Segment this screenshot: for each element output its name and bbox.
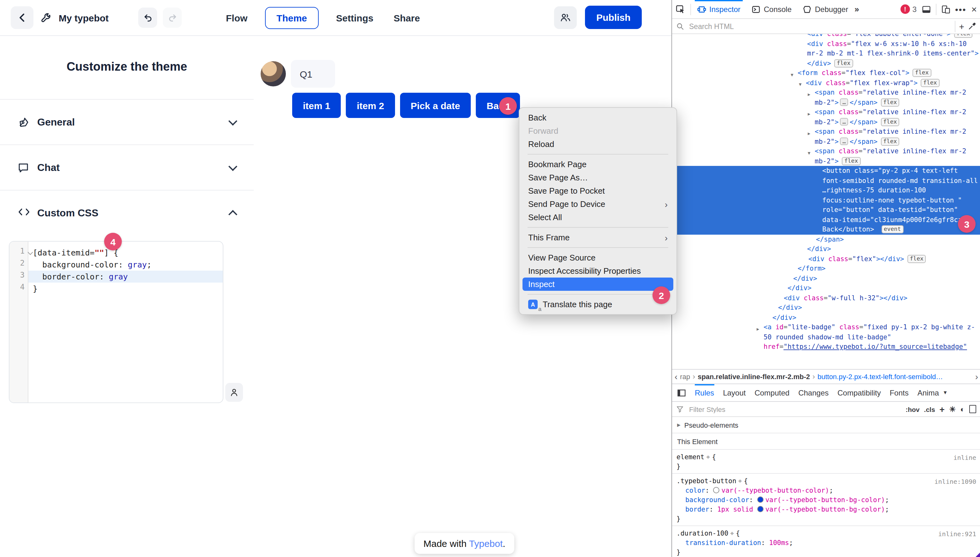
breadcrumb-scroll-right-icon[interactable]: › <box>975 371 978 382</box>
editor-code[interactable]: [data-itemid=""] { background-color: gra… <box>28 242 223 402</box>
color-swatch[interactable] <box>757 497 763 503</box>
dom-badge[interactable]: flex <box>954 34 972 38</box>
devtools-tab-debugger[interactable]: Debugger <box>802 0 850 18</box>
custom-css-editor[interactable]: 1234 [data-itemid=""] { background-color… <box>9 241 223 403</box>
menu-item-send-page-to-device[interactable]: Send Page to Device› <box>522 197 673 211</box>
menu-item-save-page-as[interactable]: Save Page As… <box>522 171 673 184</box>
dom-tree-node[interactable]: </div> <box>672 274 980 283</box>
menu-item-this-frame[interactable]: This Frame› <box>522 231 673 244</box>
collapsed-content-icon[interactable]: … <box>840 137 848 145</box>
expand-arrow-icon[interactable]: ▶ <box>757 324 759 334</box>
stylesheet-ref[interactable]: inline:1090 <box>934 477 976 486</box>
preview-user-button[interactable] <box>225 383 243 402</box>
bot-title[interactable]: My typebot <box>59 12 109 23</box>
menu-item-select-all[interactable]: Select All <box>522 211 673 224</box>
menu-item-inspect-accessibility-properties[interactable]: Inspect Accessibility Properties <box>522 264 673 278</box>
dom-tree-node[interactable]: ▶<a id="lite-badge" class="fixed py-1 px… <box>672 322 980 352</box>
menu-item-forward[interactable]: Forward <box>522 124 673 137</box>
collaborators-button[interactable] <box>554 6 577 29</box>
dom-badge[interactable]: flex <box>881 98 899 106</box>
add-rule-icon[interactable]: + <box>939 404 945 414</box>
sidebar-section-general[interactable]: General <box>0 99 254 145</box>
choice-button-item-1[interactable]: item 1 <box>292 93 341 118</box>
devtools-tab-console[interactable]: Console <box>751 0 793 18</box>
panel-tab-compatibility[interactable]: Compatibility <box>837 384 881 401</box>
nav-tab-flow[interactable]: Flow <box>223 7 250 29</box>
light-scheme-icon[interactable]: ☀ <box>949 405 956 414</box>
dom-tree-node[interactable]: <div class="flex"></div>flex <box>672 254 980 264</box>
dom-tree-node[interactable]: </div> <box>672 283 980 293</box>
selector-highlighter-icon[interactable]: ⌖ <box>738 477 742 484</box>
menu-item-reload[interactable]: Reload <box>522 137 673 151</box>
dom-tree[interactable]: <div class="flex bubble enter-done">flex… <box>672 34 980 369</box>
css-rule-selector[interactable]: .duration-100⌖{inline:921 <box>677 529 976 538</box>
sidebar-section-chat[interactable]: Chat <box>0 145 254 190</box>
css-property[interactable]: transition-duration: 100ms; <box>677 538 976 547</box>
menu-item-save-page-to-pocket[interactable]: Save Page to Pocket <box>522 184 673 197</box>
code-line[interactable]: background-color: gray; <box>28 259 223 270</box>
dom-tree-node[interactable]: </div> <box>672 313 980 322</box>
collapsed-content-icon[interactable]: … <box>840 118 848 125</box>
dom-badge[interactable]: flex <box>834 59 853 67</box>
dom-tree-node[interactable]: <button class="py-2 px-4 text-left font-… <box>672 166 980 235</box>
dom-tree-node[interactable]: ▼<form class="flex flex-col">flex <box>672 68 980 78</box>
responsive-mode-icon[interactable] <box>941 5 950 13</box>
expand-arrow-icon[interactable]: ▶ <box>808 109 810 119</box>
choice-button-item-2[interactable]: item 2 <box>346 93 395 118</box>
css-property[interactable]: border: 1px solid var(--typebot-button-b… <box>677 505 976 514</box>
breadcrumb-item[interactable]: span.relative.inline-flex.mr-2.mb-2 <box>698 373 810 380</box>
typebot-link[interactable]: Typebot <box>469 538 503 549</box>
filter-styles-input[interactable] <box>688 405 901 414</box>
print-simulation-icon[interactable] <box>969 405 976 413</box>
panel-tab-anima[interactable]: Anima <box>918 384 939 401</box>
redo-button[interactable] <box>163 8 182 28</box>
code-line[interactable]: } <box>28 283 223 295</box>
pseudo-elements-row[interactable]: ▶ Pseudo-elements <box>672 417 980 433</box>
panel-tab-fonts[interactable]: Fonts <box>890 384 909 401</box>
dom-tree-node[interactable]: </div> <box>672 303 980 313</box>
stylesheet-ref[interactable]: inline:921 <box>938 529 976 539</box>
meatball-menu-icon[interactable]: ••• <box>955 4 966 14</box>
collapsed-content-icon[interactable]: … <box>840 98 848 106</box>
code-line[interactable]: [data-itemid=""] { <box>28 247 223 259</box>
collapse-arrow-icon[interactable]: ▼ <box>808 148 810 158</box>
dom-badge[interactable]: flex <box>913 69 931 77</box>
menu-item-translate-this-page[interactable]: ATranslate this page <box>522 298 673 311</box>
panel-tab-rules[interactable]: Rules <box>695 384 714 401</box>
panel-tab-layout[interactable]: Layout <box>723 384 745 401</box>
panel-tab-computed[interactable]: Computed <box>754 384 789 401</box>
made-with-badge[interactable]: Made with Typebot. <box>414 533 514 554</box>
undo-button[interactable] <box>138 8 157 28</box>
dom-tree-node[interactable]: <div class="w-full h-32"></div> <box>672 293 980 303</box>
nav-tab-share[interactable]: Share <box>391 7 422 29</box>
menu-item-view-page-source[interactable]: View Page Source <box>522 251 673 264</box>
toggle-pseudo-classes-button[interactable]: :hov <box>905 405 920 413</box>
back-button[interactable] <box>11 6 33 29</box>
code-line[interactable]: border-color: gray <box>28 270 223 283</box>
dom-badge[interactable]: flex <box>881 137 899 145</box>
dom-tree-node[interactable]: <div class="flex bubble enter-done">flex <box>672 34 980 39</box>
panel-toggle-icon[interactable] <box>677 388 686 397</box>
dom-tree-node[interactable]: <div class="flex w-6 xs:w-10 h-6 xs:h-10… <box>672 39 980 68</box>
menu-item-inspect[interactable]: Inspect <box>522 278 673 291</box>
sidebar-section-custom-css[interactable]: Custom CSS <box>0 190 254 235</box>
publish-button[interactable]: Publish <box>585 6 642 29</box>
dom-tree-node[interactable]: ▶<span class="relative inline-flex mr-2 … <box>672 107 980 127</box>
expand-arrow-icon[interactable]: ▶ <box>808 90 810 100</box>
css-property[interactable]: color: var(--typebot-button-color); <box>677 486 976 495</box>
css-rule-selector[interactable]: .typebot-button⌖{inline:1090 <box>677 476 976 486</box>
close-devtools-icon[interactable]: × <box>971 4 977 15</box>
stylesheet-ref[interactable]: inline <box>954 453 976 463</box>
search-html-input[interactable] <box>688 22 951 31</box>
dom-tree-node[interactable]: </div> <box>672 244 980 254</box>
panel-tab-changes[interactable]: Changes <box>798 384 828 401</box>
error-badge-icon[interactable]: ! <box>900 5 910 14</box>
split-console-icon[interactable] <box>921 5 931 13</box>
add-node-icon[interactable]: + <box>959 21 964 31</box>
menu-item-bookmark-page[interactable]: Bookmark Page <box>522 158 673 171</box>
dom-tree-node[interactable]: ▶<span class="relative inline-flex mr-2 … <box>672 127 980 147</box>
nav-tab-settings[interactable]: Settings <box>334 7 376 29</box>
color-swatch[interactable] <box>713 487 720 493</box>
selector-highlighter-icon[interactable]: ⌖ <box>706 453 710 461</box>
dark-scheme-icon[interactable]: ◐ <box>960 405 965 414</box>
